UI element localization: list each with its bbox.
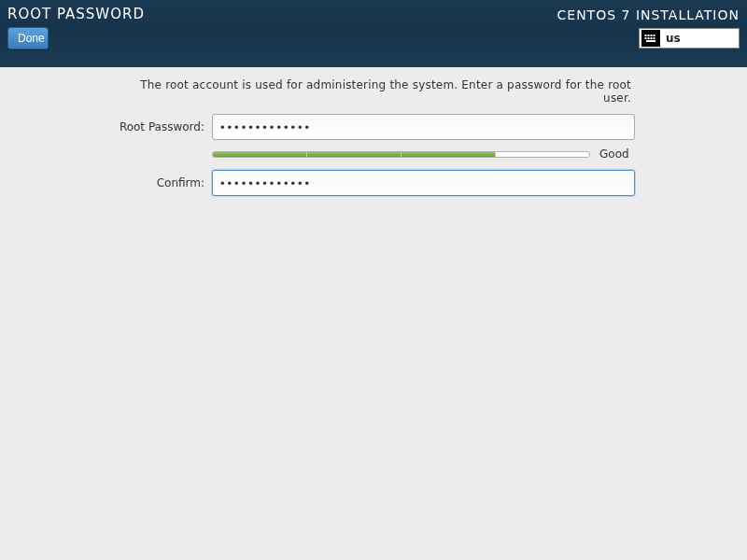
confirm-input[interactable] [212,170,635,196]
strength-label: Good [599,147,635,161]
svg-rect-9 [646,40,655,42]
root-password-input[interactable] [212,114,635,140]
strength-segment-4 [496,152,589,157]
svg-rect-6 [648,37,650,39]
svg-rect-2 [648,35,650,36]
strength-segment-2 [307,152,402,157]
header-left: ROOT PASSWORD Done [7,0,145,67]
keyboard-icon [641,30,660,47]
keyboard-layout-label: us [666,32,681,45]
form-area: The root account is used for administeri… [112,78,635,203]
svg-rect-8 [654,37,655,39]
strength-segment-3 [402,152,496,157]
install-title: CENTOS 7 INSTALLATION [557,7,740,22]
content: The root account is used for administeri… [0,67,747,203]
svg-rect-3 [651,35,653,36]
root-password-row: Root Password: [112,114,635,140]
svg-rect-7 [651,37,653,39]
confirm-label: Confirm: [112,176,212,189]
keyboard-selector[interactable]: us [639,28,740,49]
svg-rect-4 [654,35,655,36]
strength-segment-1 [213,152,307,157]
confirm-row: Confirm: [112,170,635,196]
root-password-label: Root Password: [112,120,212,133]
strength-row: Good [112,147,635,161]
description-text: The root account is used for administeri… [112,78,635,105]
header-right: CENTOS 7 INSTALLATION us [557,0,740,67]
header: ROOT PASSWORD Done CENTOS 7 INSTALLATION [0,0,747,67]
svg-rect-5 [645,37,647,39]
done-button[interactable]: Done [7,27,49,49]
svg-rect-1 [645,35,647,36]
strength-meter [212,151,590,158]
page-title: ROOT PASSWORD [7,6,145,22]
